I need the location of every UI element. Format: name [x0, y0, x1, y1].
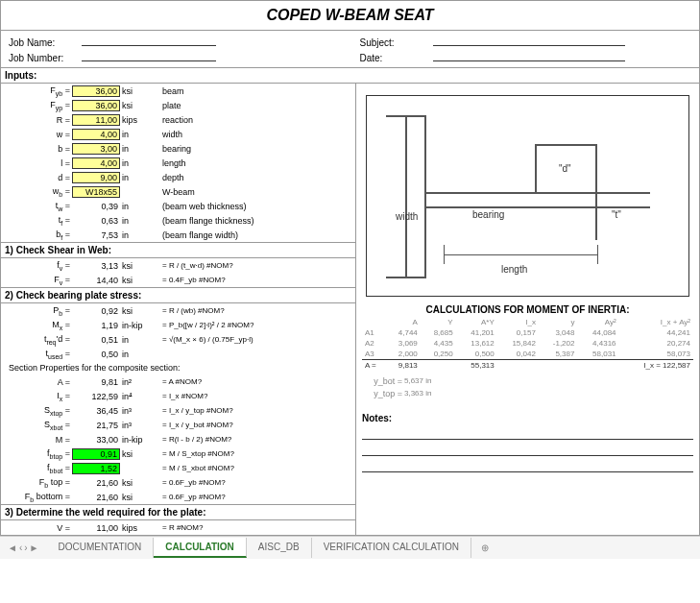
param-desc: depth	[158, 173, 184, 182]
param-desc: plate	[158, 101, 181, 110]
param-unit: in⁴	[120, 392, 158, 401]
field-jobnumber[interactable]	[82, 50, 216, 61]
param-value: 0,51	[72, 335, 120, 345]
field-date[interactable]	[433, 50, 625, 61]
table-row: A32,0000,2500,5000,0425,38758,03158,073	[362, 349, 693, 360]
param-value[interactable]: 9,00	[72, 172, 120, 183]
param-unit: ksi	[120, 261, 158, 271]
table-row: A23,0694,43513,61215,842-1,2024,431620,2…	[362, 338, 693, 349]
param-formula: = P_b([w / 2]·l)² / 2 #NOM?	[158, 321, 351, 329]
param-unit: ksi	[120, 493, 158, 502]
param-value[interactable]: W18x55	[72, 186, 120, 198]
param-unit: in	[120, 173, 158, 182]
table-row: A14,7448,68541,2010,1573,04844,08444,241	[362, 327, 693, 338]
param-value[interactable]: 36,00	[72, 85, 120, 97]
param-value[interactable]: 3,00	[72, 143, 120, 155]
param-desc: bearing	[158, 144, 191, 154]
param-unit: ksi	[120, 86, 158, 96]
param-unit: ksi	[120, 101, 158, 110]
param-unit: kips	[120, 523, 158, 533]
field-subject[interactable]	[433, 35, 625, 46]
param-value[interactable]: 1,52	[72, 463, 120, 474]
ybot-label: y_bot =	[366, 376, 404, 386]
param-value[interactable]: 4,00	[72, 129, 120, 140]
note-line[interactable]	[362, 426, 693, 440]
param-unit: ksi	[120, 276, 158, 285]
param-value: 1,19	[72, 321, 120, 330]
param-unit: in³	[120, 406, 158, 416]
param-label: w =	[5, 130, 72, 139]
param-formula: = I_x #NOM?	[158, 392, 351, 400]
param-desc: W-beam	[158, 187, 195, 197]
table-header: y	[539, 317, 578, 327]
param-label: Fv =	[5, 275, 72, 286]
ybot-val: 5,637 in	[404, 376, 431, 385]
param-unit: in	[120, 335, 158, 345]
tab-prev-icon[interactable]: ‹	[19, 543, 22, 553]
param-formula: = A #NOM?	[158, 377, 351, 386]
param-label: Fyb =	[5, 85, 72, 97]
param-unit: in	[120, 130, 158, 139]
section-weld: 3) Determine the weld required for the p…	[1, 504, 355, 520]
param-value[interactable]: 4,00	[72, 157, 120, 169]
param-formula: = R(l - b / 2) #NOM?	[158, 435, 351, 444]
param-formula: = I_x / y_top #NOM?	[158, 406, 351, 415]
param-label: M =	[5, 435, 72, 445]
param-unit: in	[120, 350, 158, 359]
param-value: 11,00	[72, 523, 120, 533]
param-unit: in-kip	[120, 435, 158, 445]
tab-documentation[interactable]: DOCUMENTATION	[47, 538, 155, 558]
param-value: 33,00	[72, 435, 120, 445]
param-label: tf =	[5, 215, 72, 227]
label-jobname: Job Name:	[9, 37, 76, 48]
tab-last-icon[interactable]: ►	[30, 543, 39, 553]
tab-verification-calculation[interactable]: VERIFICATION CALCULATION	[312, 538, 471, 558]
param-unit: in-kip	[120, 321, 158, 330]
param-desc: (beam web thickness)	[158, 202, 247, 211]
ytop-label: y_top =	[366, 389, 404, 398]
tab-first-icon[interactable]: ◄	[8, 543, 17, 553]
param-value[interactable]: 11,00	[72, 114, 120, 126]
param-label: A =	[5, 377, 72, 387]
inertia-title: CALCULATIONS FOR MOMENT OF INERTIA:	[362, 304, 693, 315]
tab-aisc_db[interactable]: AISC_DB	[247, 538, 312, 558]
param-desc: length	[158, 158, 186, 168]
param-value[interactable]: 0,91	[72, 448, 120, 460]
tab-calculation[interactable]: CALCULATION	[154, 538, 246, 558]
param-label: b =	[5, 144, 72, 154]
param-label: l =	[5, 158, 72, 168]
param-label: Pb =	[5, 305, 72, 317]
table-sum-row: A =9,81355,313I_x = 122,587	[362, 360, 693, 372]
param-unit: ksi	[120, 306, 158, 316]
notes-label: Notes:	[362, 413, 392, 423]
param-formula: = M / S_xbot #NOM?	[158, 464, 351, 472]
param-label: V =	[5, 523, 72, 533]
param-value: 0,50	[72, 350, 120, 359]
tab-next-icon[interactable]: ›	[24, 543, 27, 553]
inertia-table: AYA*YI_xyAy²I_x + Ay² A14,7448,68541,201…	[362, 317, 693, 371]
param-desc: width	[158, 130, 182, 139]
section-props-label: Section Properties for the composite sec…	[5, 363, 181, 373]
param-formula: = R / (t_w·d) #NOM?	[158, 261, 351, 270]
table-header: Ay²	[577, 317, 618, 327]
param-label: tused =	[5, 349, 72, 360]
param-value: 0,39	[72, 202, 120, 211]
param-label: bf =	[5, 229, 72, 241]
note-line[interactable]	[362, 443, 693, 456]
param-unit: ksi	[120, 449, 158, 459]
field-jobname[interactable]	[82, 35, 216, 46]
param-value: 21,60	[72, 493, 120, 502]
sheet-tabs: ◄ ‹ › ► DOCUMENTATIONCALCULATIONAISC_DBV…	[0, 536, 700, 559]
param-unit: ksi	[120, 478, 158, 488]
ytop-val: 3,363 in	[404, 389, 431, 398]
param-label: fbbot =	[5, 463, 72, 474]
param-desc: reaction	[158, 115, 193, 125]
param-value[interactable]: 36,00	[72, 100, 120, 111]
param-desc: (beam flange width)	[158, 230, 238, 240]
table-header: I_x + Ay²	[619, 317, 693, 327]
note-line[interactable]	[362, 459, 693, 472]
param-label: Sxbot =	[5, 420, 72, 431]
tab-add-icon[interactable]: ⊕	[471, 543, 498, 553]
table-header: A*Y	[456, 317, 497, 327]
param-label: Sxtop =	[5, 405, 72, 417]
